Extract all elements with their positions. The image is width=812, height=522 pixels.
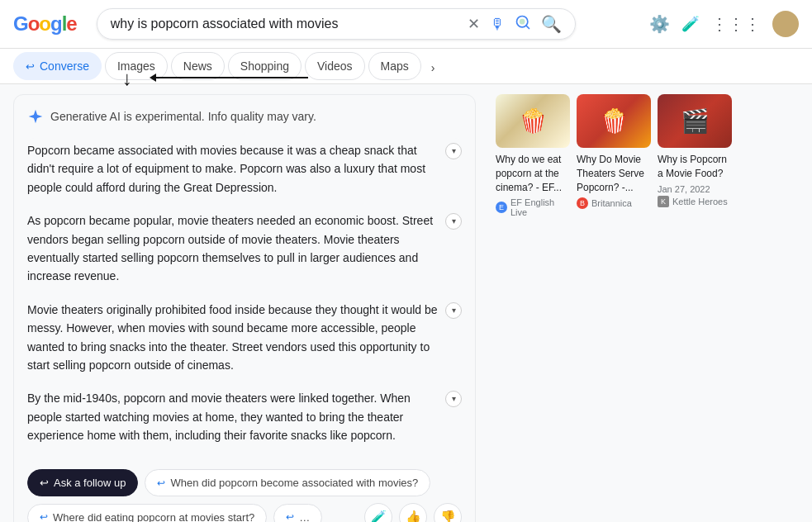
ai-paragraphs: Popcorn became associated with movies be… — [27, 138, 462, 463]
svg-point-1 — [520, 19, 525, 25]
tab-shopping[interactable]: Shopping — [228, 52, 302, 80]
when-icon: ↩ — [157, 477, 165, 489]
para-text-2: As popcorn became popular, movie theater… — [27, 211, 439, 286]
where-icon: ↩ — [40, 511, 48, 522]
image-thumb-1: 🍿 — [496, 94, 570, 148]
ai-para-2: As popcorn became popular, movie theater… — [27, 211, 462, 286]
search-bar[interactable]: ✕ 🎙 🔍 — [97, 8, 576, 40]
thumbs-up-icon[interactable]: 👍 — [399, 503, 427, 522]
tab-maps-label: Maps — [381, 59, 409, 73]
ai-notice-text: Generative AI is experimental. Info qual… — [50, 110, 316, 123]
image-title-2: Why Do Movie Theaters Serve Popcorn? -..… — [577, 153, 651, 194]
logo-g2: g — [50, 12, 62, 35]
more-label: … — [299, 511, 310, 522]
avatar[interactable] — [772, 11, 799, 37]
ai-diamond-icon — [27, 108, 44, 125]
expand-btn-2[interactable]: ▾ — [445, 213, 462, 230]
labs-icon[interactable]: 🧪 — [681, 15, 700, 33]
tab-shopping-label: Shopping — [240, 59, 289, 73]
left-arrow-line — [155, 77, 308, 78]
more-icon: ↩ — [286, 511, 294, 522]
main-content: ↓ Generative AI is experimental. Info qu… — [0, 84, 812, 522]
tab-images[interactable]: Images — [105, 52, 168, 80]
down-arrow-annotation: ↓ — [122, 67, 132, 90]
para-text-1: Popcorn became associated with movies be… — [27, 141, 439, 197]
image-source-1: E EF English Live — [496, 197, 570, 217]
image-date-3: Jan 27, 2022 — [658, 184, 732, 194]
thumbs-down-icon[interactable]: 👎 — [434, 503, 462, 522]
arrow-head — [150, 74, 156, 82]
ai-para-4: By the mid-1940s, popcorn and movie thea… — [27, 389, 462, 444]
voice-icon[interactable]: 🎙 — [490, 16, 505, 33]
labs-action-icon[interactable]: 🧪 — [364, 503, 392, 522]
converse-icon: ↩ — [26, 60, 35, 73]
right-panel: 🍿 Why do we eat popcorn at the cinema? -… — [496, 94, 735, 522]
more-followup-button[interactable]: ↩ … — [273, 504, 322, 522]
logo-g: G — [13, 12, 28, 35]
when-popcorn-label: When did popcorn become associated with … — [170, 477, 418, 489]
lens-svg — [515, 14, 531, 31]
para-text-4: By the mid-1940s, popcorn and movie thea… — [27, 389, 439, 444]
ask-followup-button[interactable]: ↩ Ask a follow up — [27, 469, 138, 496]
tab-converse[interactable]: ↩ Converse — [13, 52, 102, 80]
logo-o1: o — [28, 12, 40, 35]
image-row: 🍿 Why do we eat popcorn at the cinema? -… — [496, 94, 735, 217]
where-popcorn-label: Where did eating popcorn at movies start… — [53, 511, 254, 522]
search-input[interactable] — [111, 17, 459, 31]
image-thumb-2: 🍿 — [577, 94, 651, 148]
settings-icon[interactable]: ⚙️ — [649, 14, 670, 34]
google-logo: Google — [13, 12, 77, 36]
img1-emoji: 🍿 — [519, 107, 548, 135]
tab-more[interactable]: › — [425, 55, 442, 81]
lens-icon[interactable] — [515, 14, 531, 34]
header-right: ⚙️ 🧪 ⋮⋮⋮ — [649, 11, 799, 37]
when-popcorn-button[interactable]: ↩ When did popcorn become associated wit… — [145, 469, 430, 496]
left-panel: ↓ Generative AI is experimental. Info qu… — [13, 94, 476, 522]
img3-emoji: 🎬 — [681, 107, 710, 135]
tab-videos-label: Videos — [317, 59, 353, 73]
search-icons: ✕ 🎙 🔍 — [468, 14, 562, 34]
para-text-3: Movie theaters originally prohibited foo… — [27, 301, 439, 375]
tab-maps[interactable]: Maps — [368, 52, 421, 80]
image-card-3[interactable]: 🎬 Why is Popcorn a Movie Food? Jan 27, 2… — [658, 94, 732, 217]
source-favicon-3: K — [658, 196, 669, 207]
image-title-1: Why do we eat popcorn at the cinema? - E… — [496, 153, 570, 194]
where-popcorn-button[interactable]: ↩ Where did eating popcorn at movies sta… — [27, 504, 267, 522]
source-favicon-2: B — [577, 197, 588, 209]
image-source-3: K Kettle Heroes — [658, 196, 732, 207]
search-icon[interactable]: 🔍 — [541, 14, 562, 34]
clear-icon[interactable]: ✕ — [468, 15, 480, 33]
ai-para-3: Movie theaters originally prohibited foo… — [27, 301, 462, 375]
expand-btn-3[interactable]: ▾ — [445, 302, 462, 319]
image-card-1[interactable]: 🍿 Why do we eat popcorn at the cinema? -… — [496, 94, 570, 217]
ask-followup-label: Ask a follow up — [54, 477, 126, 489]
source-name-2: Britannica — [591, 198, 632, 208]
source-name-3: Kettle Heroes — [672, 197, 728, 206]
expand-btn-1[interactable]: ▾ — [445, 143, 462, 159]
source-favicon-1: E — [496, 202, 507, 213]
ai-action-icons: 🧪 👍 👎 — [364, 503, 462, 522]
apps-icon[interactable]: ⋮⋮⋮ — [711, 14, 761, 34]
ai-notice: Generative AI is experimental. Info qual… — [27, 108, 462, 125]
tab-converse-label: Converse — [40, 59, 89, 73]
logo-e: e — [66, 12, 76, 35]
ai-card: ↓ Generative AI is experimental. Info qu… — [13, 94, 476, 522]
source-name-1: EF English Live — [510, 197, 570, 217]
header: Google ✕ 🎙 🔍 ⚙️ 🧪 ⋮⋮⋮ — [0, 0, 812, 49]
ai-para-1: Popcorn became associated with movies be… — [27, 141, 462, 197]
image-title-3: Why is Popcorn a Movie Food? — [658, 153, 732, 181]
followup-bar: ↩ Ask a follow up ↩ When did popcorn bec… — [27, 469, 462, 522]
image-source-2: B Britannica — [577, 197, 651, 209]
ask-icon: ↩ — [40, 477, 49, 489]
expand-btn-4[interactable]: ▾ — [445, 391, 462, 407]
image-thumb-3: 🎬 — [658, 94, 732, 148]
img2-emoji: 🍿 — [600, 107, 629, 135]
tab-videos[interactable]: Videos — [305, 52, 365, 80]
logo-o2: o — [39, 12, 50, 35]
image-card-2[interactable]: 🍿 Why Do Movie Theaters Serve Popcorn? -… — [577, 94, 651, 217]
tab-news-label: News — [183, 59, 212, 73]
tab-news[interactable]: News — [171, 52, 225, 80]
